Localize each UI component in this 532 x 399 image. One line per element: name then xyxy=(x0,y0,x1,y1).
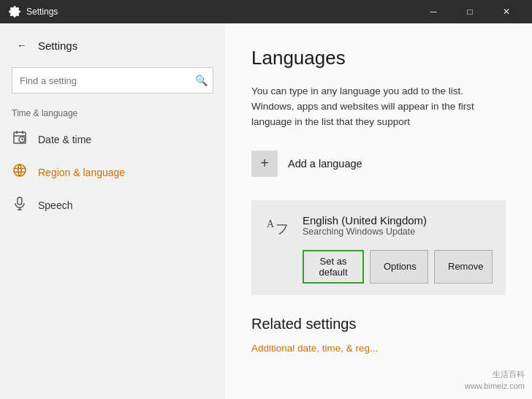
search-icon: 🔍 xyxy=(195,75,208,86)
language-info: English (United Kingdom) Searching Windo… xyxy=(303,214,427,237)
set-as-default-button[interactable]: Set as default xyxy=(303,250,364,284)
region-language-label: Region & language xyxy=(38,167,125,178)
options-button[interactable]: Options xyxy=(370,250,428,284)
section-description: You can type in any language you add to … xyxy=(251,84,506,130)
language-card-header: A フ English (United Kingdom) Searching W… xyxy=(265,212,493,240)
main-content: Languages You can type in any language y… xyxy=(225,23,532,399)
related-settings-title: Related settings xyxy=(251,316,506,332)
nav-section-label: Time & language xyxy=(0,105,225,123)
language-actions: Set as default Options Remove xyxy=(303,250,493,284)
remove-button[interactable]: Remove xyxy=(434,250,493,284)
sidebar-item-date-time[interactable]: Date & time xyxy=(0,123,225,156)
settings-icon xyxy=(9,6,20,18)
sidebar-header: ← Settings xyxy=(0,29,225,67)
titlebar-controls: ─ □ ✕ xyxy=(417,0,523,23)
date-time-label: Date & time xyxy=(38,134,91,145)
related-link[interactable]: Additional date, time, & reg... xyxy=(251,343,378,354)
svg-point-7 xyxy=(14,164,26,176)
related-settings: Related settings Additional date, time, … xyxy=(251,316,506,354)
language-card: A フ English (United Kingdom) Searching W… xyxy=(251,200,506,295)
sidebar-item-speech[interactable]: Speech xyxy=(0,189,225,221)
sidebar: ← Settings 🔍 Time & language xyxy=(0,23,225,399)
language-icon: A フ xyxy=(265,212,292,240)
speech-icon xyxy=(12,196,28,214)
titlebar: Settings ─ □ ✕ xyxy=(0,0,532,23)
sidebar-app-title: Settings xyxy=(38,39,77,52)
sidebar-item-region-language[interactable]: Region & language xyxy=(0,156,225,189)
language-name: English (United Kingdom) xyxy=(303,214,427,227)
back-button[interactable]: ← xyxy=(12,35,32,56)
add-language-button[interactable]: + Add a language xyxy=(251,151,362,177)
search-input[interactable] xyxy=(12,67,213,94)
page-title: Languages xyxy=(251,47,506,69)
add-language-label: Add a language xyxy=(288,158,362,170)
minimize-button[interactable]: ─ xyxy=(417,0,450,23)
titlebar-title: Settings xyxy=(26,7,417,17)
speech-label: Speech xyxy=(38,200,72,211)
search-icon-button[interactable]: 🔍 xyxy=(195,75,208,86)
language-status: Searching Windows Update xyxy=(303,227,427,237)
svg-text:フ: フ xyxy=(276,221,289,236)
maximize-button[interactable]: □ xyxy=(453,0,487,23)
app-container: ← Settings 🔍 Time & language xyxy=(0,23,532,399)
region-language-icon xyxy=(12,163,28,181)
plus-icon: + xyxy=(251,151,278,177)
svg-text:A: A xyxy=(267,218,275,229)
date-time-icon xyxy=(12,130,28,148)
close-button[interactable]: ✕ xyxy=(490,0,523,23)
search-box: 🔍 xyxy=(12,67,213,94)
svg-rect-10 xyxy=(18,197,22,205)
